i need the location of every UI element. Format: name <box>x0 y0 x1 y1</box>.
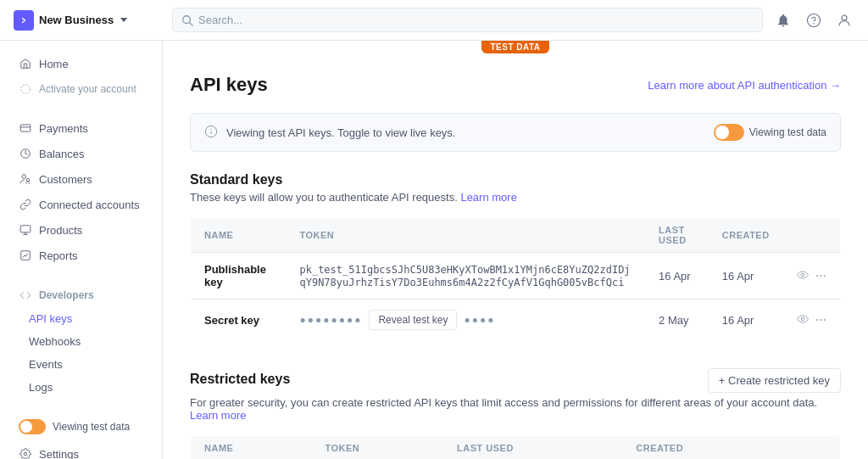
svg-point-6 <box>21 85 31 94</box>
main-content: TEST DATA API keys Learn more about API … <box>163 41 868 459</box>
restricted-col-name: NAME <box>191 436 312 460</box>
home-icon <box>19 57 32 70</box>
sidebar-item-settings[interactable]: Settings <box>5 442 157 459</box>
logs-label: Logs <box>29 381 53 394</box>
sidebar-item-payments[interactable]: Payments <box>5 116 157 140</box>
standard-keys-learn-link[interactable]: Learn more <box>460 191 516 204</box>
info-banner-text: Viewing test API keys. Toggle to view li… <box>226 126 705 139</box>
standard-keys-title: Standard keys <box>190 172 841 188</box>
sidebar-item-reports[interactable]: Reports <box>5 243 157 267</box>
info-icon <box>204 125 218 141</box>
publishable-key-actions: ··· <box>797 268 826 283</box>
sidebar-item-webhooks[interactable]: Webhooks <box>5 331 157 352</box>
test-data-toggle-switch[interactable] <box>19 419 46 434</box>
restricted-keys-learn-link[interactable]: Learn more <box>190 409 246 422</box>
viewing-test-data-toggle-banner[interactable]: Viewing test data <box>714 124 826 141</box>
search-bar[interactable]: Search... <box>172 8 763 32</box>
topbar-icons <box>773 10 854 31</box>
products-icon <box>19 223 32 237</box>
svg-rect-7 <box>20 125 31 132</box>
svg-point-14 <box>24 452 27 456</box>
developers-icon <box>19 288 32 302</box>
secret-key-eye-icon[interactable] <box>797 313 809 327</box>
publishable-key-created: 16 Apr <box>722 270 754 283</box>
notification-icon[interactable] <box>773 10 793 31</box>
svg-point-5 <box>842 15 847 20</box>
api-keys-label: API keys <box>29 312 72 325</box>
restricted-keys-title-area: Restricted keys <box>190 372 290 390</box>
standard-keys-header-row: NAME TOKEN LAST USED CREATED <box>191 218 841 253</box>
sidebar-item-products[interactable]: Products <box>5 218 157 242</box>
help-icon[interactable] <box>804 10 824 31</box>
sidebar-item-customers[interactable]: Customers <box>5 167 157 191</box>
standard-keys-desc-text: These keys will allow you to authenticat… <box>190 191 458 204</box>
create-restricted-key-button[interactable]: + Create restricted key <box>708 368 841 393</box>
col-actions <box>783 218 841 253</box>
events-label: Events <box>29 358 63 371</box>
brand[interactable]: New Business <box>14 10 162 31</box>
svg-point-3 <box>808 14 821 26</box>
live-toggle-knob[interactable] <box>714 124 744 141</box>
restricted-col-created: CREATED <box>622 436 782 460</box>
viewing-test-data-toggle[interactable]: Viewing test data <box>5 414 157 439</box>
user-avatar-icon[interactable] <box>834 10 854 31</box>
products-label: Products <box>39 224 82 237</box>
toggle-knob <box>20 421 32 433</box>
restricted-keys-title: Restricted keys <box>190 372 290 387</box>
reveal-test-key-button[interactable]: Reveal test key <box>369 310 457 330</box>
test-data-pill: TEST DATA <box>481 41 548 53</box>
sidebar-item-activate[interactable]: Activate your account <box>5 77 157 101</box>
learn-more-api-auth-link[interactable]: Learn more about API authentication → <box>648 79 841 92</box>
secret-key-created: 16 Apr <box>722 314 754 327</box>
payments-icon <box>19 121 32 135</box>
developers-label: Developers <box>39 289 94 301</box>
connected-accounts-icon <box>19 198 32 211</box>
sidebar-item-logs[interactable]: Logs <box>5 377 157 398</box>
publishable-key-last-used: 16 Apr <box>659 270 691 283</box>
page-header: API keys Learn more about API authentica… <box>190 74 841 96</box>
topbar: New Business Search... <box>0 0 868 41</box>
restricted-col-last-used: LAST USED <box>443 436 622 460</box>
toggle-live-label: Viewing test data <box>749 126 826 138</box>
customers-icon <box>19 172 32 186</box>
svg-point-19 <box>801 317 804 321</box>
sidebar-item-home[interactable]: Home <box>5 52 157 76</box>
svg-point-18 <box>801 273 804 277</box>
balances-icon <box>19 147 32 160</box>
secret-key-actions: ··· <box>797 312 826 327</box>
sidebar-item-api-keys[interactable]: API keys <box>5 308 157 329</box>
customers-label: Customers <box>39 173 92 186</box>
sidebar-item-events[interactable]: Events <box>5 354 157 375</box>
settings-label: Settings <box>39 448 79 460</box>
activate-icon <box>19 82 32 96</box>
svg-rect-12 <box>20 226 31 232</box>
standard-keys-desc: These keys will allow you to authenticat… <box>190 191 841 204</box>
brand-dropdown-icon <box>120 18 127 22</box>
secret-key-row: Secret key ●●●●●●●● Reveal test key ●●●●… <box>191 299 841 341</box>
publishable-key-token: pk_test_51IgbcsSJhC5U83eHKyXTowBM1x1YMjn… <box>299 264 630 288</box>
sidebar-item-connected-accounts[interactable]: Connected accounts <box>5 193 157 216</box>
sidebar-item-balances[interactable]: Balances <box>5 142 157 165</box>
restricted-keys-table: NAME TOKEN LAST USED CREATED No restrict… <box>190 435 841 459</box>
standard-keys-table: NAME TOKEN LAST USED CREATED Publishable… <box>190 217 841 341</box>
restricted-col-token: TOKEN <box>311 436 443 460</box>
svg-rect-13 <box>21 251 31 260</box>
test-data-banner: TEST DATA <box>163 41 868 53</box>
publishable-key-row: Publishable key pk_test_51IgbcsSJhC5U83e… <box>191 253 841 299</box>
connected-accounts-label: Connected accounts <box>39 199 140 211</box>
secret-key-more-icon[interactable]: ··· <box>815 312 826 327</box>
col-name: NAME <box>191 218 287 253</box>
svg-point-11 <box>26 178 30 182</box>
page-title: API keys <box>190 74 268 96</box>
col-created: CREATED <box>709 218 783 253</box>
col-last-used: LAST USED <box>645 218 709 253</box>
restricted-keys-desc: For greater security, you can create res… <box>190 396 841 422</box>
secret-key-last-used: 2 May <box>659 314 688 327</box>
publishable-key-eye-icon[interactable] <box>797 269 809 283</box>
webhooks-label: Webhooks <box>29 335 81 348</box>
publishable-key-more-icon[interactable]: ··· <box>815 268 826 283</box>
settings-icon <box>19 447 32 459</box>
standard-keys-section: Standard keys These keys will allow you … <box>190 172 841 341</box>
restricted-keys-desc-text: For greater security, you can create res… <box>190 396 817 409</box>
svg-line-2 <box>190 22 193 25</box>
